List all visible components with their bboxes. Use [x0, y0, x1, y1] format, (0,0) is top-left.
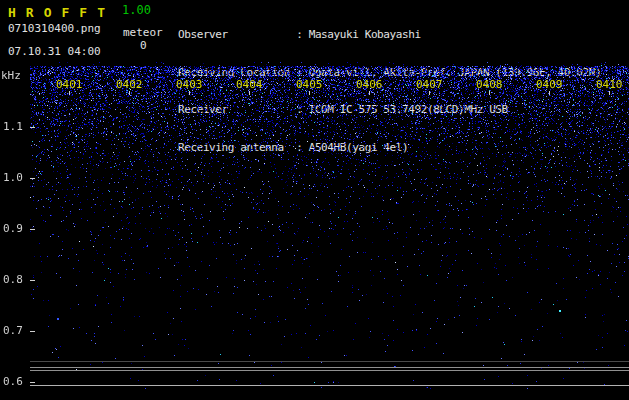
app-version-label: 1.00	[122, 3, 151, 17]
time-label: 0407	[416, 78, 442, 91]
time-tick	[609, 91, 610, 95]
datetime-label: 07.10.31 04:00	[8, 45, 101, 58]
time-label: 0406	[356, 78, 382, 91]
time-tick	[249, 91, 250, 95]
y-axis-label: 0.9	[3, 222, 23, 235]
y-axis-tick	[30, 382, 35, 383]
time-tick	[429, 91, 430, 95]
time-tick	[129, 91, 130, 95]
spectrogram-canvas	[0, 62, 629, 390]
y-axis-label: 1.1	[3, 120, 23, 133]
time-tick	[549, 91, 550, 95]
time-label: 0409	[536, 78, 562, 91]
time-label: 0403	[176, 78, 202, 91]
y-axis-tick	[30, 331, 35, 332]
time-tick	[309, 91, 310, 95]
observer-line: Observer : Masayuki Kobayashi	[178, 29, 601, 42]
y-axis-label: 0.8	[3, 273, 23, 286]
level-baseline	[30, 385, 629, 386]
time-label: 0408	[476, 78, 502, 91]
time-tick	[489, 91, 490, 95]
time-label: 0402	[116, 78, 142, 91]
y-axis-tick	[30, 127, 35, 128]
level-baseline-faint	[30, 361, 629, 362]
meteor-label: meteor	[123, 26, 163, 39]
time-label: 0405	[296, 78, 322, 91]
time-tick	[369, 91, 370, 95]
y-axis-tick	[30, 178, 35, 179]
filename-label: 0710310400.png	[8, 22, 101, 35]
meteor-count: 0	[140, 39, 147, 52]
y-axis-label: 0.6	[3, 375, 23, 388]
y-axis-tick	[30, 229, 35, 230]
time-tick	[189, 91, 190, 95]
time-label: 0401	[56, 78, 82, 91]
time-label: 0404	[236, 78, 262, 91]
y-axis-tick	[30, 280, 35, 281]
app-title: HROFFT	[8, 2, 115, 21]
time-label: 0410	[596, 78, 622, 91]
level-baseline	[30, 367, 629, 368]
y-axis-label: 1.0	[3, 171, 23, 184]
level-baseline	[30, 370, 629, 371]
hrofft-window: HROFFT 1.00 0710310400.png meteor 0 07.1…	[0, 0, 629, 400]
app-name-label: HROFFT	[8, 5, 115, 20]
time-tick	[69, 91, 70, 95]
y-axis-label: 0.7	[3, 324, 23, 337]
y-axis-unit: kHz	[1, 69, 21, 82]
